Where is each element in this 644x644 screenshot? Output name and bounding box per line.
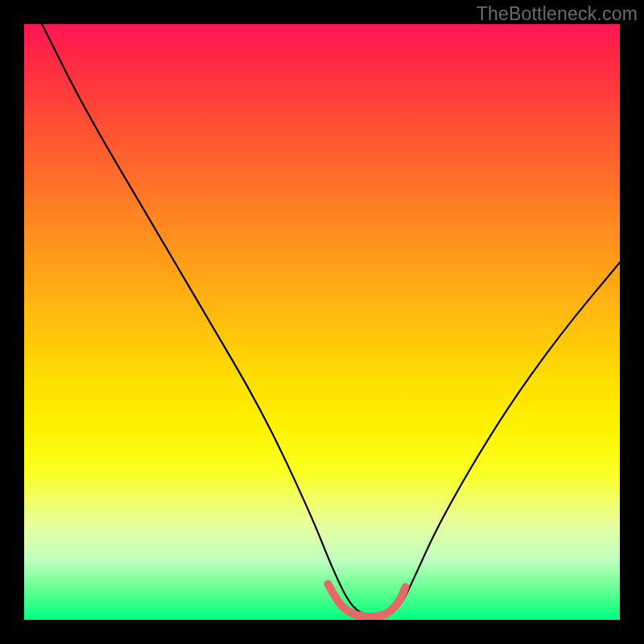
bottleneck-curve-path [42,24,620,617]
chart-svg [24,24,620,620]
valley-highlight-path [328,584,405,617]
chart-plot-area [24,24,620,620]
attribution-text: TheBottleneck.com [477,3,638,25]
